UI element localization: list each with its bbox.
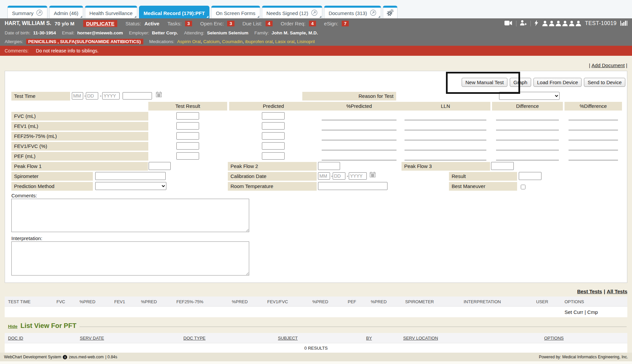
medication-link[interactable]: Calcium — [201, 39, 219, 44]
set-curr-link[interactable]: Set Curr — [565, 309, 583, 315]
pipe: | — [626, 62, 627, 68]
fev1-fvc-predicted-input[interactable] — [262, 142, 285, 150]
person-icon — [576, 21, 581, 26]
calendar-icon[interactable] — [370, 172, 376, 178]
allergy-value[interactable]: PENICILLINS , SULFA(SULFONAMIDE ANTIBIOT… — [26, 39, 143, 44]
col-pred-3: %PRED — [232, 299, 248, 304]
graph-button[interactable]: Graph — [510, 78, 531, 87]
best-maneuver-checkbox[interactable] — [521, 185, 525, 189]
tab-health-surveillance[interactable]: Health Surveillance — [85, 6, 137, 18]
medication-link[interactable]: Lasix oral — [273, 39, 294, 44]
calibration-mm-input[interactable] — [318, 172, 330, 180]
esign-label: eSign: — [324, 21, 338, 26]
row-label-pef: PEF (mL) — [11, 152, 148, 161]
test-time-label: Test Time — [11, 92, 70, 101]
tab-documents[interactable]: Documents (313) — [324, 6, 381, 18]
tasks-count-badge[interactable]: 3 — [185, 21, 192, 26]
col-serv-location[interactable]: SERV LOCATION — [403, 336, 438, 341]
fef-predicted-input[interactable] — [262, 132, 285, 140]
dash: - — [347, 173, 348, 179]
result-input[interactable] — [519, 172, 541, 180]
load-from-device-button[interactable]: Load From Device — [533, 78, 582, 87]
email-value[interactable]: horner@mieweb.com — [77, 30, 123, 35]
fvc-test-result-input[interactable] — [176, 112, 199, 120]
col-doc-type[interactable]: DOC TYPE — [183, 336, 205, 341]
duplicate-badge[interactable]: DUPLICATE — [83, 20, 118, 27]
family-label: Family: — [254, 30, 269, 35]
fev1-predicted-input[interactable] — [262, 122, 285, 130]
col-difference: Difference — [492, 102, 563, 111]
person-icons[interactable] — [542, 21, 581, 26]
send-to-device-button[interactable]: Send to Device — [584, 78, 625, 87]
fev1-test-result-input[interactable] — [176, 122, 199, 130]
all-tests-link[interactable]: All Tests — [607, 289, 627, 294]
row-label-fvc: FVC (mL) — [11, 112, 148, 121]
cmp-link[interactable]: Cmp — [587, 309, 598, 315]
dash: - — [84, 93, 86, 99]
comments-bar: Comments: Do not release info to sibling… — [0, 46, 632, 56]
tab-settings[interactable] — [383, 6, 398, 18]
calibration-dd-input[interactable] — [333, 172, 345, 180]
medication-link[interactable]: Aspirin Oral — [177, 39, 201, 44]
col-by[interactable]: BY — [366, 336, 372, 341]
info-icon[interactable]: i — [63, 355, 67, 359]
fev1-fvc-test-result-input[interactable] — [176, 142, 199, 150]
dash: - — [331, 173, 333, 179]
best-maneuver-label: Best Maneuver — [449, 182, 517, 191]
new-manual-test-button[interactable]: New Manual Test — [462, 78, 507, 87]
test-time-dd-input[interactable] — [86, 92, 98, 100]
tab-needs-signed[interactable]: Needs Signed (12) — [262, 6, 322, 18]
lightning-icon[interactable] — [534, 20, 538, 27]
video-camera-icon[interactable] — [504, 20, 512, 27]
popout-icon[interactable] — [311, 9, 318, 17]
test-time-yyyy-input[interactable] — [102, 92, 120, 100]
person-icon — [549, 21, 555, 26]
pef-predicted-input[interactable] — [262, 152, 285, 160]
tab-summary[interactable]: Summary — [7, 6, 47, 18]
pipe: | — [589, 62, 590, 68]
fvc-predicted-input[interactable] — [262, 112, 285, 120]
calibration-yyyy-input[interactable] — [349, 172, 367, 180]
employer-value: Better Corp. — [152, 30, 178, 35]
peak-flow-2-input[interactable] — [318, 162, 340, 170]
add-person-icon[interactable] — [520, 20, 527, 27]
medication-link[interactable]: ibuprofen oral — [243, 39, 273, 44]
test-time-clock-input[interactable] — [123, 92, 152, 100]
fef-test-result-input[interactable] — [176, 132, 199, 140]
room-temperature-input[interactable] — [318, 182, 387, 190]
popout-icon[interactable] — [36, 9, 43, 17]
spirometer-input[interactable] — [95, 172, 166, 180]
col-options[interactable]: OPTIONS — [544, 336, 564, 341]
col-subject[interactable]: SUBJECT — [278, 336, 298, 341]
add-document-link[interactable]: Add Document — [592, 62, 625, 68]
col-doc-id[interactable]: DOC ID — [8, 336, 23, 341]
reason-for-test-select[interactable] — [499, 92, 560, 100]
open-enc-count-badge[interactable]: 3 — [227, 21, 234, 26]
bar-chart-icon[interactable] — [620, 20, 627, 27]
test-time-mm-input[interactable] — [72, 92, 83, 100]
esign-count-badge[interactable]: 7 — [342, 21, 349, 26]
hide-link[interactable]: Hide — [8, 324, 17, 329]
tab-admin[interactable]: Admin (46) — [49, 6, 83, 18]
col-serv-date[interactable]: SERV DATE — [80, 336, 104, 341]
interpretation-textarea[interactable] — [11, 241, 249, 276]
best-tests-link[interactable]: Best Tests — [577, 289, 602, 294]
due-list-count-badge[interactable]: 4 — [266, 21, 273, 26]
prediction-method-select[interactable] — [95, 182, 166, 190]
email-label: Email: — [62, 30, 75, 35]
medication-link[interactable]: Lisinopril — [295, 39, 315, 44]
order-req-count-badge[interactable]: 4 — [309, 21, 316, 26]
tab-label: On Screen Forms — [216, 10, 255, 16]
medication-link[interactable]: Coumadin — [219, 39, 243, 44]
pef-test-result-input[interactable] — [176, 152, 199, 160]
order-req-label: Order Req: — [281, 21, 305, 26]
calendar-icon[interactable] — [156, 92, 162, 98]
footer-powered-by: Powered by: Medical Informatics Engineer… — [539, 355, 628, 359]
peak-flow-1-input[interactable] — [149, 162, 171, 170]
tab-medical-record[interactable]: Medical Record (179):PFT — [139, 6, 209, 18]
comments-textarea[interactable] — [11, 199, 249, 232]
popout-icon[interactable] — [370, 9, 376, 17]
peak-flow-3-input[interactable] — [491, 162, 514, 170]
tab-on-screen-forms[interactable]: On Screen Forms — [211, 6, 260, 18]
spirometer-label: Spirometer — [11, 172, 93, 181]
